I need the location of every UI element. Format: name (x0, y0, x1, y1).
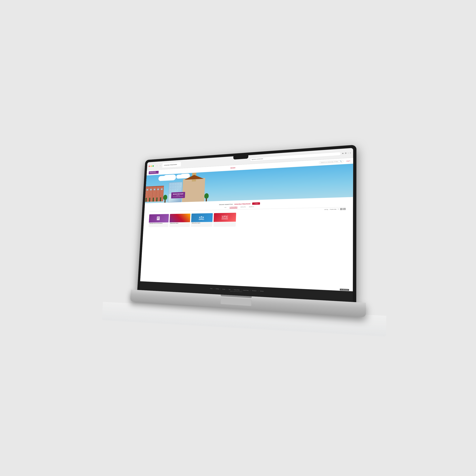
glass-cell (179, 188, 182, 191)
svg-rect-3 (157, 218, 158, 219)
glass-cell (177, 188, 179, 191)
bookmark-icon[interactable]: ★ (342, 152, 344, 154)
glass-cell (179, 185, 182, 188)
glass-cell (169, 188, 172, 191)
back-button[interactable]: ‹ (156, 164, 158, 167)
content-card-3[interactable] (213, 213, 236, 227)
follow-button[interactable]: + Follow (252, 202, 260, 205)
card-img-purple (149, 214, 169, 223)
glass-cell (172, 186, 174, 188)
glass-cell (172, 183, 174, 186)
glass-cell (171, 188, 174, 191)
svg-point-6 (203, 217, 204, 218)
svg-rect-0 (157, 216, 160, 220)
login-link[interactable]: Log in (346, 160, 350, 162)
audience-icon (198, 215, 205, 221)
search-icon[interactable]: 🔍 (340, 161, 342, 162)
view-icons: ≡ ⊞ (340, 208, 346, 210)
window-3 (153, 189, 155, 190)
footer-privacy[interactable]: Privacy Policy (234, 289, 239, 290)
footer-disclaimer[interactable]: Disclaimer (252, 290, 256, 291)
footer-separator-4: | (232, 289, 232, 290)
browser-navigation: ‹ › (156, 164, 162, 167)
hide-footer-button[interactable]: ▲ Hide footer (340, 289, 349, 291)
search-bar[interactable]: Search on University of Man... 🔍 (319, 160, 343, 164)
window-5 (161, 188, 163, 190)
sort-label: sort by: (324, 209, 328, 210)
card-title-3 (214, 222, 236, 223)
footer-contact[interactable]: Contact (222, 289, 225, 290)
svg-rect-2 (157, 218, 159, 218)
university-link[interactable]: University of Manchester (234, 203, 251, 205)
tree-trunk-2 (206, 199, 207, 202)
sort-arrow: ▾ (338, 208, 339, 210)
window-2 (150, 189, 152, 190)
glass-cell (179, 183, 182, 185)
card-title-0: Altercations with, and Articulations (149, 222, 168, 224)
tree-top-1 (163, 195, 167, 200)
list-view-icon[interactable]: ≡ (340, 208, 342, 210)
grid-view-icon[interactable]: ⊞ (343, 208, 346, 210)
forward-button[interactable]: › (159, 164, 162, 167)
browser-icons: ★ ⚙ ↑ + (342, 152, 351, 154)
laptop-wrapper: ‹ › University of Manchester figshare.co… (97, 60, 389, 432)
svg-point-4 (199, 217, 200, 218)
glass-cell (169, 186, 172, 188)
footer-sitemap[interactable]: Sitemap (260, 290, 264, 292)
maximize-button[interactable] (153, 165, 154, 167)
card-img-blue (191, 213, 213, 222)
terrace-houses (145, 186, 164, 203)
laptop-device: ‹ › University of Manchester figshare.co… (97, 60, 389, 432)
tab-all[interactable]: ALL (224, 206, 227, 209)
card-title-2: Making ideas happen (191, 222, 212, 224)
footer-separator-5: | (241, 289, 241, 290)
window-4 (157, 188, 159, 190)
footer-rsblog[interactable]: RS Blog (216, 288, 219, 289)
card-image-2 (191, 213, 213, 222)
manchester-card-sub: The University of Manchester (173, 196, 183, 197)
glass-cell (174, 183, 177, 186)
card-img-event (214, 213, 236, 222)
footer-separator-6: | (250, 290, 251, 291)
minimize-button[interactable] (151, 165, 152, 167)
close-button[interactable] (149, 166, 150, 167)
website-content: MANCHESTER The University of Manchester … (140, 158, 353, 302)
glass-cell (174, 186, 177, 188)
tab-search[interactable]: SEARCH (249, 206, 254, 208)
footer-about[interactable]: About (210, 288, 212, 289)
footer-faq[interactable]: FAQ (229, 289, 231, 290)
glass-cell (174, 188, 177, 191)
card-img-gradient (170, 214, 190, 222)
svg-rect-1 (157, 217, 159, 218)
tree-2 (204, 193, 209, 202)
browse-link[interactable]: Browse (231, 167, 236, 169)
share-icon[interactable]: ↑ (348, 152, 349, 154)
settings-icon[interactable]: ⚙ (345, 152, 346, 154)
content-card-2[interactable]: Making ideas happen (191, 213, 213, 227)
address-text: figshare.com/browse (252, 158, 263, 160)
content-card-0[interactable]: Altercations with, and Articulations (149, 214, 169, 227)
svg-rect-14 (222, 218, 228, 219)
tab-groups[interactable]: GROUPS (240, 206, 246, 208)
footer-separator-3: | (227, 289, 227, 290)
new-tab-icon[interactable]: + (350, 152, 351, 154)
gothic-building (182, 178, 205, 202)
tab-title: University of Manchester (164, 164, 177, 166)
laptop-trackpad[interactable] (221, 298, 252, 306)
laptop-screen-outer: ‹ › University of Manchester figshare.co… (137, 145, 356, 302)
event-icon (221, 215, 229, 220)
glass-cell (169, 191, 171, 194)
content-card-1[interactable]: Making ideas happen (169, 214, 190, 227)
traffic-lights (149, 165, 154, 167)
card-image-3 (214, 213, 236, 222)
browser-tab[interactable]: University of Manchester (162, 162, 181, 168)
glass-cell (177, 183, 179, 185)
site-logo[interactable]: MANCHESTER The University of Manchester (149, 171, 159, 174)
svg-point-5 (201, 216, 202, 218)
search-placeholder: Search on University of Man... (321, 161, 339, 163)
footer-cookie[interactable]: Cookie Policy (243, 290, 249, 291)
laptop-screen-bezel: ‹ › University of Manchester figshare.co… (140, 148, 353, 302)
card-title-1: Making ideas happen (170, 222, 190, 224)
tab-categories[interactable]: CATEGORIES (230, 206, 238, 209)
footer-copyright: figshare: credit for all your research. (230, 291, 242, 292)
